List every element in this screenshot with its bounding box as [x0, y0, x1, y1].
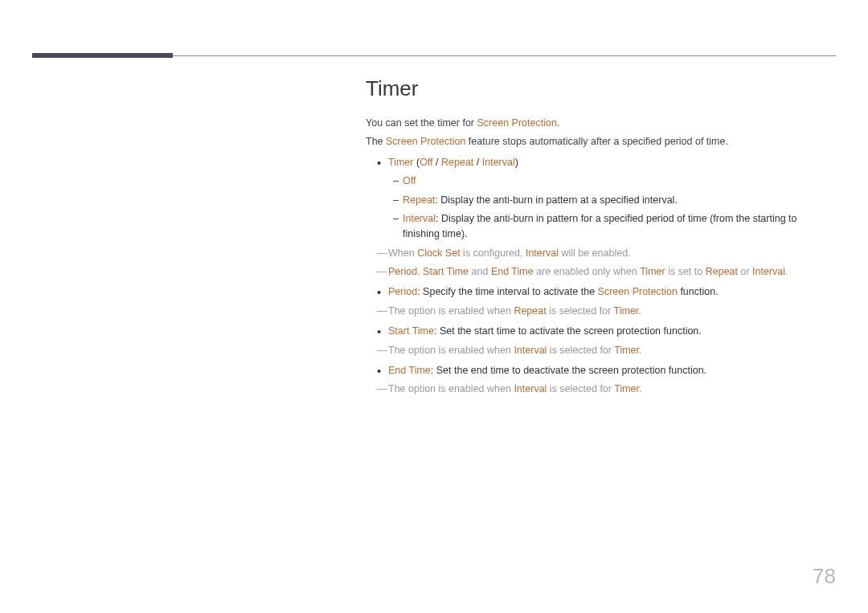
note-endtime: The option is enabled when Interval is s… [366, 382, 836, 397]
repeat-keyword: Repeat [441, 157, 473, 168]
text: and [469, 266, 491, 277]
text: . [639, 383, 641, 394]
text: is selected for [547, 305, 614, 317]
text: / [433, 157, 441, 168]
timer-keyword: Timer [614, 345, 639, 356]
interval-keyword: Interval [514, 383, 547, 394]
text: The [366, 136, 386, 147]
text: . [785, 266, 788, 277]
text: : Set the end time to deactivate the scr… [431, 365, 706, 376]
text: ) [515, 157, 518, 168]
note-clockset: When Clock Set is configured, Interval w… [366, 246, 836, 261]
text: is set to [665, 266, 706, 277]
repeat-keyword: Repeat [403, 194, 435, 206]
bullet-list: End Time: Set the end time to deactivate… [366, 363, 836, 378]
screen-protection-keyword: Screen Protection [598, 286, 678, 297]
timer-keyword: Timer [614, 305, 639, 317]
section-title: Timer [366, 76, 836, 101]
bullet-list: Period: Specify the time interval to act… [366, 284, 836, 300]
text: The option is enabled when [388, 305, 514, 317]
text: . [557, 117, 559, 129]
period-keyword: Period [388, 286, 417, 297]
page-number: 78 [813, 564, 836, 589]
text: . [639, 345, 641, 356]
header-tab-bar [32, 53, 173, 58]
sublist: Off Repeat: Display the anti-burn in pat… [388, 174, 836, 243]
endtime-keyword: End Time [388, 365, 431, 376]
screen-protection-keyword: Screen Protection [477, 117, 557, 129]
note-starttime: The option is enabled when Interval is s… [366, 343, 836, 358]
content-area: Timer You can set the timer for Screen P… [366, 76, 836, 401]
bullet-starttime: Start Time: Set the start time to activa… [388, 324, 836, 339]
text: will be enabled. [559, 247, 631, 259]
text: are enabled only when [534, 266, 641, 277]
intro-line-1: You can set the timer for Screen Protect… [366, 116, 836, 131]
note-enabled-when: Period, Start Time and End Time are enab… [366, 264, 836, 280]
note-period: The option is enabled when Repeat is sel… [366, 304, 836, 319]
text: : Display the anti-burn in pattern for a… [403, 213, 797, 239]
interval-keyword: Interval [514, 345, 547, 356]
starttime-keyword: Start Time [388, 325, 434, 337]
text: : Display the anti-burn in pattern at a … [435, 194, 678, 206]
text: is selected for [547, 345, 614, 356]
text: ( [413, 157, 420, 168]
text: The option is enabled when [388, 345, 514, 356]
bullet-list: Start Time: Set the start time to activa… [366, 324, 836, 339]
text: . [638, 305, 641, 317]
interval-keyword: Interval [482, 157, 515, 168]
repeat-keyword: Repeat [706, 266, 738, 277]
bullet-endtime: End Time: Set the end time to deactivate… [388, 363, 836, 378]
screen-protection-keyword: Screen Protection [386, 136, 465, 147]
bullet-timer-modes: Timer (Off / Repeat / Interval) Off Repe… [388, 155, 836, 243]
interval-keyword: Interval [526, 247, 559, 259]
timer-keyword: Timer [614, 383, 639, 394]
timer-keyword: Timer [388, 157, 413, 168]
interval-keyword: Interval [752, 266, 785, 277]
interval-keyword: Interval [403, 213, 436, 224]
text: : Set the start time to activate the scr… [434, 325, 702, 337]
text: : Specify the time interval to activate … [417, 286, 597, 297]
bullet-list: Timer (Off / Repeat / Interval) Off Repe… [366, 155, 836, 243]
text: is configured, [461, 247, 526, 259]
timer-keyword: Timer [640, 266, 665, 277]
starttime-keyword: Start Time [423, 266, 469, 277]
off-keyword: Off [403, 175, 416, 186]
subbullet-off: Off [403, 174, 836, 189]
subbullet-interval: Interval: Display the anti-burn in patte… [403, 211, 836, 243]
subbullet-repeat: Repeat: Display the anti-burn in pattern… [403, 193, 836, 208]
period-keyword: Period [388, 266, 417, 277]
text: is selected for [547, 383, 614, 394]
text: function. [678, 286, 719, 297]
off-keyword: Off [420, 157, 432, 168]
text: / [473, 157, 481, 168]
intro-line-2: The Screen Protection feature stops auto… [366, 134, 836, 149]
clockset-keyword: Clock Set [417, 247, 461, 259]
text: When [388, 247, 417, 259]
text: The option is enabled when [388, 383, 514, 394]
repeat-keyword: Repeat [514, 305, 546, 317]
endtime-keyword: End Time [491, 266, 534, 277]
text: feature stops automatically after a spec… [465, 136, 728, 147]
bullet-period: Period: Specify the time interval to act… [388, 284, 836, 300]
text: You can set the timer for [366, 117, 477, 129]
text: or [738, 266, 752, 277]
